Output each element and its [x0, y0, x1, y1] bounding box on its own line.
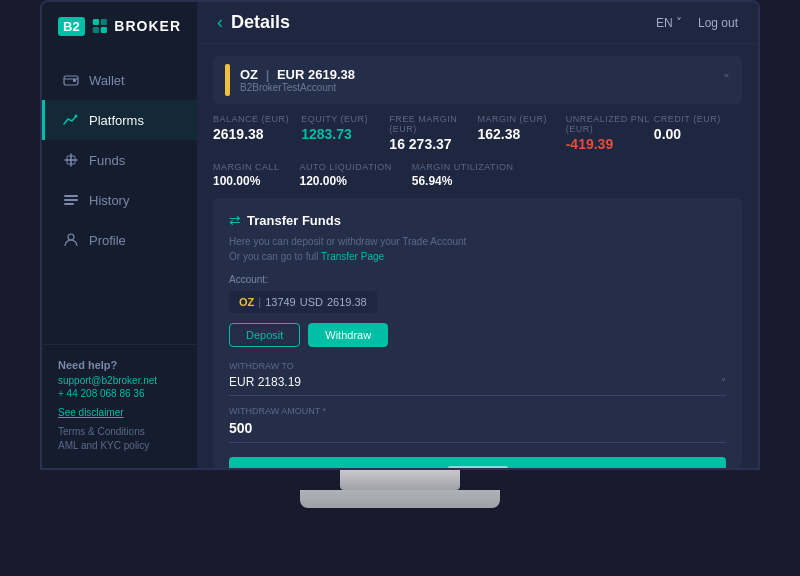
logout-button[interactable]: Log out: [698, 16, 738, 30]
stat-pnl-value: -419.39: [566, 136, 654, 152]
pill-id: 13749: [265, 296, 296, 308]
margin-row: Margin Call 100.00% Auto Liquidation 120…: [197, 162, 758, 198]
main-content: ‹ Details EN ˅ Log out OZ | EUR: [197, 2, 758, 468]
margin-utilization-value: 56.94%: [412, 174, 514, 188]
account-pill: OZ | 13749 USD 2619.38: [229, 291, 377, 313]
stat-credit: Credit (EUR) 0.00: [654, 114, 742, 152]
svg-rect-3: [100, 27, 106, 33]
svg-rect-9: [64, 199, 78, 201]
transfer-icon: ⇄: [229, 212, 241, 228]
pill-sep: |: [258, 296, 261, 308]
svg-rect-1: [100, 19, 106, 25]
funds-icon: [63, 152, 79, 168]
transfer-page-link[interactable]: Transfer Page: [321, 251, 384, 262]
logo-area: B2 BROKER: [42, 2, 197, 50]
language-selector[interactable]: EN ˅: [656, 16, 682, 30]
transfer-desc-text: Here you can deposit or withdraw your Tr…: [229, 236, 466, 247]
stat-pnl: Unrealized PnL (EUR) -419.39: [566, 114, 654, 152]
transfer-desc: Here you can deposit or withdraw your Tr…: [229, 234, 726, 264]
account-info: OZ | EUR 2619.38 B2BrokerTestAccount: [240, 67, 355, 93]
account-code: OZ: [240, 67, 258, 82]
auto-liquidation: Auto Liquidation 120.00%: [300, 162, 392, 188]
aml-label[interactable]: AML and KYC policy: [58, 440, 181, 451]
transfer-panel: ⇄ Transfer Funds Here you can deposit or…: [213, 198, 742, 468]
monitor-stand-neck: [340, 470, 460, 490]
stat-balance-label: Balance (EUR): [213, 114, 301, 124]
sidebar-item-wallet[interactable]: Wallet: [42, 60, 197, 100]
account-balance-amount: 2619.38: [308, 67, 355, 82]
page-title: Details: [231, 12, 290, 33]
svg-rect-12: [448, 466, 508, 468]
funds-label: Funds: [89, 153, 125, 168]
history-icon: [63, 192, 79, 208]
stat-balance-value: 2619.38: [213, 126, 301, 142]
transfer-title: Transfer Funds: [247, 213, 341, 228]
margin-call-label: Margin Call: [213, 162, 280, 172]
chevron-down-icon: ˅: [723, 72, 730, 88]
sidebar-item-platforms[interactable]: Platforms: [42, 100, 197, 140]
withdraw-to-field[interactable]: EUR 2183.19 ˅: [229, 375, 726, 396]
svg-rect-2: [92, 27, 98, 33]
stat-equity-label: Equity (EUR): [301, 114, 389, 124]
history-label: History: [89, 193, 129, 208]
top-bar-right: EN ˅ Log out: [656, 16, 738, 30]
platforms-icon: [63, 112, 79, 128]
submit-button[interactable]: [229, 457, 726, 468]
terms-label[interactable]: Terms & Conditions: [58, 426, 181, 437]
sidebar-item-funds[interactable]: Funds: [42, 140, 197, 180]
svg-point-11: [68, 234, 74, 240]
stat-credit-label: Credit (EUR): [654, 114, 742, 124]
support-phone[interactable]: + 44 208 068 86 36: [58, 388, 181, 399]
account-subname: B2BrokerTestAccount: [240, 82, 355, 93]
profile-label: Profile: [89, 233, 126, 248]
withdraw-amount-label: Withdraw amount *: [229, 406, 726, 416]
transfer-header: ⇄ Transfer Funds: [229, 212, 726, 228]
logo-text: BROKER: [114, 18, 181, 34]
sidebar-footer: Need help? support@b2broker.net + 44 208…: [42, 344, 197, 468]
logo-b2: B2: [58, 17, 85, 36]
stat-margin-label: Margin (EUR): [478, 114, 566, 124]
margin-utilization: Margin Utilization 56.94%: [412, 162, 514, 188]
support-email[interactable]: support@b2broker.net: [58, 375, 181, 386]
sidebar-item-profile[interactable]: Profile: [42, 220, 197, 260]
disclaimer-link[interactable]: See disclaimer: [58, 407, 181, 418]
stat-equity: Equity (EUR) 1283.73: [301, 114, 389, 152]
wallet-label: Wallet: [89, 73, 125, 88]
stat-margin-value: 162.38: [478, 126, 566, 142]
top-bar: ‹ Details EN ˅ Log out: [197, 2, 758, 44]
action-buttons: Deposit Withdraw: [229, 323, 726, 347]
stat-equity-value: 1283.73: [301, 126, 389, 142]
stat-credit-value: 0.00: [654, 126, 742, 142]
transfer-desc-pre: Or you can go to full: [229, 251, 321, 262]
need-help-label: Need help?: [58, 359, 181, 371]
stat-balance: Balance (EUR) 2619.38: [213, 114, 301, 152]
svg-rect-8: [64, 195, 78, 197]
auto-liquidation-value: 120.00%: [300, 174, 392, 188]
withdraw-to-label: Withdraw to: [229, 361, 726, 371]
margin-utilization-label: Margin Utilization: [412, 162, 514, 172]
profile-icon: [63, 232, 79, 248]
pill-currency: USD: [300, 296, 323, 308]
auto-liquidation-label: Auto Liquidation: [300, 162, 392, 172]
sidebar-item-history[interactable]: History: [42, 180, 197, 220]
back-button[interactable]: ‹: [217, 12, 223, 33]
account-field-label: Account:: [229, 274, 726, 285]
withdraw-button[interactable]: Withdraw: [308, 323, 388, 347]
account-sep: |: [266, 67, 270, 82]
account-color-bar: [225, 64, 230, 96]
account-selector[interactable]: OZ | EUR 2619.38 B2BrokerTestAccount ˅: [213, 56, 742, 104]
sidebar: B2 BROKER Wallet: [42, 2, 197, 468]
svg-rect-10: [64, 203, 74, 205]
stat-free-margin: Free margin (EUR) 16 273.37: [389, 114, 477, 152]
stats-row: Balance (EUR) 2619.38 Equity (EUR) 1283.…: [197, 104, 758, 162]
account-name: OZ | EUR 2619.38: [240, 67, 355, 82]
margin-call: Margin Call 100.00%: [213, 162, 280, 188]
stat-pnl-label: Unrealized PnL (EUR): [566, 114, 654, 134]
stat-free-margin-value: 16 273.37: [389, 136, 477, 152]
pill-amount: 2619.38: [327, 296, 367, 308]
withdraw-amount-input[interactable]: 500: [229, 420, 726, 443]
logo-icon: [91, 16, 109, 36]
nav-items: Wallet Platforms Funds: [42, 60, 197, 344]
deposit-button[interactable]: Deposit: [229, 323, 300, 347]
top-bar-left: ‹ Details: [217, 12, 290, 33]
